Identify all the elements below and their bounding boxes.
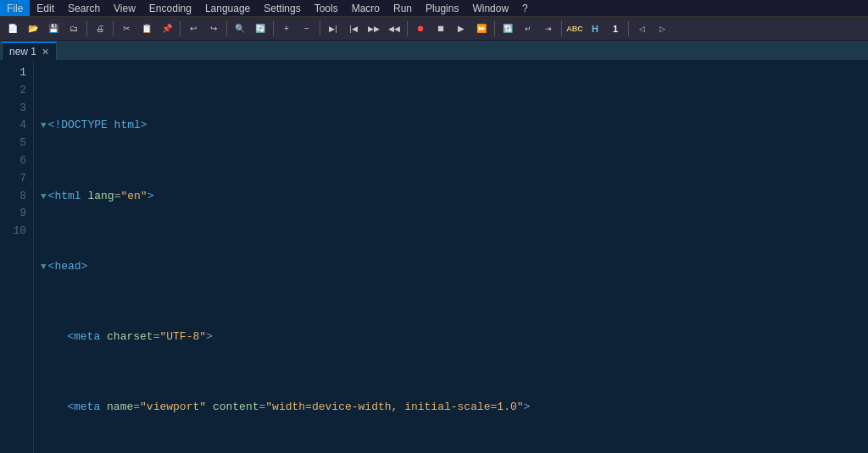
line-num-9: 9 (7, 205, 26, 223)
toolbar-redo[interactable]: ↪ (204, 19, 223, 38)
toolbar-sep-5 (273, 21, 274, 36)
toolbar-spell[interactable]: ABC (565, 19, 584, 38)
line-num-7: 7 (7, 170, 26, 188)
menu-macro[interactable]: Macro (345, 0, 387, 16)
toolbar-num[interactable]: 1 (606, 19, 625, 38)
toolbar-cut[interactable]: ✂ (117, 19, 136, 38)
collapse-3[interactable]: ▼ (41, 260, 47, 275)
toolbar-sep-8 (494, 21, 495, 36)
menu-file[interactable]: File (0, 0, 30, 16)
toolbar-macro-run[interactable]: ⏩ (472, 19, 491, 38)
toolbar-macro-stop[interactable]: ⏹ (431, 19, 450, 38)
menu-help[interactable]: ? (515, 0, 535, 16)
toolbar: 📄 📂 💾 🗂 🖨 ✂ 📋 📌 ↩ ↪ 🔍 🔄 + − ▶| |◀ ▶▶ ◀◀ … (0, 17, 868, 41)
menu-settings[interactable]: Settings (257, 0, 307, 16)
tab-label: new 1 (9, 46, 36, 58)
menu-view[interactable]: View (107, 0, 142, 16)
tab-bar: new 1 ✕ (0, 41, 868, 61)
line-numbers: 1 2 3 4 5 6 7 8 9 10 (0, 61, 34, 453)
toolbar-new[interactable]: 📄 (3, 19, 22, 38)
line-num-3: 3 (7, 100, 26, 118)
toolbar-btn-b[interactable]: |◀ (344, 19, 363, 38)
toolbar-paste[interactable]: 📌 (158, 19, 176, 38)
toolbar-print[interactable]: 🖨 (91, 19, 109, 38)
code-line-2: ▼<html lang="en"> (41, 188, 861, 206)
toolbar-btn-c[interactable]: ▶▶ (364, 19, 383, 38)
toolbar-sep-6 (320, 21, 320, 36)
menu-language[interactable]: Language (198, 0, 257, 16)
menu-edit[interactable]: Edit (30, 0, 61, 16)
menu-encoding[interactable]: Encoding (142, 0, 198, 16)
menu-tools[interactable]: Tools (308, 0, 345, 16)
toolbar-zoom-out[interactable]: − (298, 19, 316, 38)
menu-bar: File Edit Search View Encoding Language … (0, 0, 868, 17)
toolbar-h[interactable]: H (586, 19, 604, 38)
line-num-1: 1 (7, 64, 26, 82)
toolbar-copy[interactable]: 📋 (137, 19, 156, 38)
line-num-4: 4 (7, 117, 26, 135)
toolbar-sync[interactable]: 🔃 (498, 19, 517, 38)
tab-close-button[interactable]: ✕ (42, 47, 49, 57)
toolbar-save[interactable]: 💾 (44, 19, 63, 38)
toolbar-sep-2 (113, 21, 114, 36)
line-num-2: 2 (7, 82, 26, 100)
menu-run[interactable]: Run (387, 0, 419, 16)
toolbar-sep-1 (86, 21, 87, 36)
menu-plugins[interactable]: Plugins (419, 0, 465, 16)
toolbar-zoom-in[interactable]: + (277, 19, 296, 38)
toolbar-undo[interactable]: ↩ (184, 19, 203, 38)
toolbar-open[interactable]: 📂 (24, 19, 42, 38)
toolbar-find[interactable]: 🔍 (231, 19, 249, 38)
collapse-1[interactable]: ▼ (41, 119, 47, 134)
toolbar-save-all[interactable]: 🗂 (64, 19, 83, 38)
collapse-2[interactable]: ▼ (41, 190, 47, 205)
line-num-6: 6 (7, 152, 26, 170)
toolbar-extra1[interactable]: ◁ (632, 19, 651, 38)
editor: 1 2 3 4 5 6 7 8 9 10 ▼<!DOCTYPE html> ▼<… (0, 61, 868, 453)
toolbar-indent[interactable]: ⇥ (539, 19, 558, 38)
toolbar-macro-rec[interactable]: ⏺ (411, 19, 430, 38)
code-editor[interactable]: ▼<!DOCTYPE html> ▼<html lang="en"> ▼<hea… (34, 61, 868, 453)
toolbar-macro-play[interactable]: ▶ (452, 19, 470, 38)
code-line-3: ▼<head> (41, 258, 861, 276)
toolbar-sep-7 (407, 21, 408, 36)
menu-window[interactable]: Window (465, 0, 515, 16)
toolbar-btn-a[interactable]: ▶| (324, 19, 342, 38)
toolbar-btn-d[interactable]: ◀◀ (385, 19, 403, 38)
toolbar-sep-3 (180, 21, 181, 36)
toolbar-wrap[interactable]: ↵ (519, 19, 537, 38)
line-num-10: 10 (7, 223, 26, 240)
code-line-1: ▼<!DOCTYPE html> (41, 117, 861, 135)
code-line-4: <meta charset="UTF-8"> (41, 329, 861, 346)
toolbar-sep-9 (561, 21, 562, 36)
toolbar-extra2[interactable]: ▷ (653, 19, 671, 38)
tab-new1[interactable]: new 1 ✕ (2, 41, 57, 60)
line-num-8: 8 (7, 188, 26, 206)
line-num-5: 5 (7, 135, 26, 152)
toolbar-sep-4 (226, 21, 227, 36)
toolbar-replace[interactable]: 🔄 (251, 19, 270, 38)
code-line-5: <meta name="viewport" content="width=dev… (41, 399, 861, 417)
menu-search[interactable]: Search (61, 0, 107, 16)
toolbar-sep-10 (628, 21, 629, 36)
